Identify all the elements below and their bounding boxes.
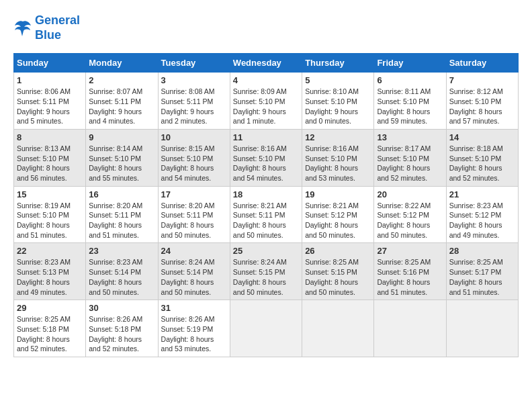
column-header-friday: Friday: [374, 54, 446, 73]
calendar-cell: 24 Sunrise: 8:24 AM Sunset: 5:14 PM Dayl…: [158, 243, 230, 300]
day-info: Sunrise: 8:23 AM Sunset: 5:14 PM Dayligh…: [89, 257, 154, 297]
calendar-header-row: SundayMondayTuesdayWednesdayThursdayFrid…: [14, 54, 519, 73]
calendar-cell: 27 Sunrise: 8:25 AM Sunset: 5:16 PM Dayl…: [374, 243, 446, 300]
day-info: Sunrise: 8:25 AM Sunset: 5:18 PM Dayligh…: [17, 314, 83, 354]
day-number: 23: [89, 246, 154, 256]
calendar-cell: 20 Sunrise: 8:22 AM Sunset: 5:12 PM Dayl…: [374, 186, 446, 243]
day-info: Sunrise: 8:25 AM Sunset: 5:16 PM Dayligh…: [377, 257, 443, 297]
day-number: 18: [233, 189, 299, 199]
day-info: Sunrise: 8:11 AM Sunset: 5:10 PM Dayligh…: [377, 87, 443, 126]
logo: General Blue: [13, 13, 80, 42]
day-info: Sunrise: 8:20 AM Sunset: 5:11 PM Dayligh…: [89, 201, 154, 240]
day-number: 13: [377, 132, 443, 142]
day-info: Sunrise: 8:18 AM Sunset: 5:10 PM Dayligh…: [449, 144, 515, 183]
page-header: General Blue: [13, 13, 519, 42]
day-number: 24: [161, 246, 227, 256]
calendar-cell: 29 Sunrise: 8:25 AM Sunset: 5:18 PM Dayl…: [14, 300, 86, 357]
day-number: 5: [305, 75, 371, 85]
day-number: 2: [89, 75, 154, 85]
calendar-cell: 26 Sunrise: 8:25 AM Sunset: 5:15 PM Dayl…: [302, 243, 374, 300]
calendar-cell: 4 Sunrise: 8:09 AM Sunset: 5:10 PM Dayli…: [230, 73, 302, 130]
day-info: Sunrise: 8:13 AM Sunset: 5:10 PM Dayligh…: [17, 144, 83, 183]
calendar-cell: 23 Sunrise: 8:23 AM Sunset: 5:14 PM Dayl…: [86, 243, 158, 300]
day-info: Sunrise: 8:14 AM Sunset: 5:10 PM Dayligh…: [89, 144, 154, 183]
calendar-cell: 22 Sunrise: 8:23 AM Sunset: 5:13 PM Dayl…: [14, 243, 86, 300]
day-number: 3: [161, 75, 227, 85]
day-number: 9: [89, 132, 154, 142]
day-number: 12: [305, 132, 371, 142]
day-info: Sunrise: 8:24 AM Sunset: 5:15 PM Dayligh…: [233, 257, 299, 297]
calendar-week-row: 8 Sunrise: 8:13 AM Sunset: 5:10 PM Dayli…: [14, 129, 519, 186]
day-number: 10: [161, 132, 227, 142]
calendar-cell: 14 Sunrise: 8:18 AM Sunset: 5:10 PM Dayl…: [446, 129, 518, 186]
calendar-cell: 3 Sunrise: 8:08 AM Sunset: 5:11 PM Dayli…: [158, 73, 230, 130]
day-number: 25: [233, 246, 299, 256]
calendar-cell: 31 Sunrise: 8:26 AM Sunset: 5:19 PM Dayl…: [158, 300, 230, 357]
day-info: Sunrise: 8:17 AM Sunset: 5:10 PM Dayligh…: [377, 144, 443, 183]
day-number: 1: [17, 75, 83, 85]
calendar-cell: 8 Sunrise: 8:13 AM Sunset: 5:10 PM Dayli…: [14, 129, 86, 186]
day-info: Sunrise: 8:26 AM Sunset: 5:18 PM Dayligh…: [89, 314, 154, 354]
calendar-cell: 25 Sunrise: 8:24 AM Sunset: 5:15 PM Dayl…: [230, 243, 302, 300]
day-number: 21: [449, 189, 515, 199]
day-number: 4: [233, 75, 299, 85]
calendar-week-row: 29 Sunrise: 8:25 AM Sunset: 5:18 PM Dayl…: [14, 300, 519, 357]
day-info: Sunrise: 8:06 AM Sunset: 5:11 PM Dayligh…: [17, 87, 83, 126]
day-number: 15: [17, 189, 83, 199]
calendar-week-row: 22 Sunrise: 8:23 AM Sunset: 5:13 PM Dayl…: [14, 243, 519, 300]
calendar-week-row: 15 Sunrise: 8:19 AM Sunset: 5:10 PM Dayl…: [14, 186, 519, 243]
day-info: Sunrise: 8:07 AM Sunset: 5:11 PM Dayligh…: [89, 87, 154, 126]
calendar-cell: 19 Sunrise: 8:21 AM Sunset: 5:12 PM Dayl…: [302, 186, 374, 243]
calendar-cell: 16 Sunrise: 8:20 AM Sunset: 5:11 PM Dayl…: [86, 186, 158, 243]
day-number: 26: [305, 246, 371, 256]
column-header-tuesday: Tuesday: [158, 54, 230, 73]
calendar-cell: 15 Sunrise: 8:19 AM Sunset: 5:10 PM Dayl…: [14, 186, 86, 243]
day-info: Sunrise: 8:25 AM Sunset: 5:17 PM Dayligh…: [449, 257, 515, 297]
calendar-week-row: 1 Sunrise: 8:06 AM Sunset: 5:11 PM Dayli…: [14, 73, 519, 130]
day-number: 28: [449, 246, 515, 256]
calendar-cell: 18 Sunrise: 8:21 AM Sunset: 5:11 PM Dayl…: [230, 186, 302, 243]
calendar-cell: 9 Sunrise: 8:14 AM Sunset: 5:10 PM Dayli…: [86, 129, 158, 186]
day-number: 17: [161, 189, 227, 199]
day-info: Sunrise: 8:16 AM Sunset: 5:10 PM Dayligh…: [305, 144, 371, 183]
day-info: Sunrise: 8:23 AM Sunset: 5:13 PM Dayligh…: [17, 257, 83, 297]
day-number: 8: [17, 132, 83, 142]
day-number: 30: [89, 303, 154, 313]
day-number: 11: [233, 132, 299, 142]
day-number: 29: [17, 303, 83, 313]
calendar-cell: 7 Sunrise: 8:12 AM Sunset: 5:10 PM Dayli…: [446, 73, 518, 130]
calendar-cell: [302, 300, 374, 357]
day-info: Sunrise: 8:16 AM Sunset: 5:10 PM Dayligh…: [233, 144, 299, 183]
day-number: 14: [449, 132, 515, 142]
day-info: Sunrise: 8:26 AM Sunset: 5:19 PM Dayligh…: [161, 314, 227, 354]
calendar-cell: 11 Sunrise: 8:16 AM Sunset: 5:10 PM Dayl…: [230, 129, 302, 186]
calendar-cell: 21 Sunrise: 8:23 AM Sunset: 5:12 PM Dayl…: [446, 186, 518, 243]
column-header-saturday: Saturday: [446, 54, 518, 73]
logo-text: General Blue: [35, 13, 80, 42]
day-number: 20: [377, 189, 443, 199]
day-info: Sunrise: 8:19 AM Sunset: 5:10 PM Dayligh…: [17, 201, 83, 240]
column-header-wednesday: Wednesday: [230, 54, 302, 73]
day-info: Sunrise: 8:15 AM Sunset: 5:10 PM Dayligh…: [161, 144, 227, 183]
day-info: Sunrise: 8:21 AM Sunset: 5:11 PM Dayligh…: [233, 201, 299, 240]
day-info: Sunrise: 8:08 AM Sunset: 5:11 PM Dayligh…: [161, 87, 227, 126]
calendar-cell: 30 Sunrise: 8:26 AM Sunset: 5:18 PM Dayl…: [86, 300, 158, 357]
calendar-cell: 17 Sunrise: 8:20 AM Sunset: 5:11 PM Dayl…: [158, 186, 230, 243]
calendar-cell: 1 Sunrise: 8:06 AM Sunset: 5:11 PM Dayli…: [14, 73, 86, 130]
calendar-cell: [374, 300, 446, 357]
day-info: Sunrise: 8:23 AM Sunset: 5:12 PM Dayligh…: [449, 201, 515, 240]
day-number: 6: [377, 75, 443, 85]
day-number: 22: [17, 246, 83, 256]
day-number: 27: [377, 246, 443, 256]
day-info: Sunrise: 8:25 AM Sunset: 5:15 PM Dayligh…: [305, 257, 371, 297]
day-number: 31: [161, 303, 227, 313]
calendar-cell: 28 Sunrise: 8:25 AM Sunset: 5:17 PM Dayl…: [446, 243, 518, 300]
day-number: 7: [449, 75, 515, 85]
day-info: Sunrise: 8:24 AM Sunset: 5:14 PM Dayligh…: [161, 257, 227, 297]
calendar-cell: 12 Sunrise: 8:16 AM Sunset: 5:10 PM Dayl…: [302, 129, 374, 186]
day-info: Sunrise: 8:10 AM Sunset: 5:10 PM Dayligh…: [305, 87, 371, 126]
calendar-cell: 13 Sunrise: 8:17 AM Sunset: 5:10 PM Dayl…: [374, 129, 446, 186]
calendar-cell: 5 Sunrise: 8:10 AM Sunset: 5:10 PM Dayli…: [302, 73, 374, 130]
day-info: Sunrise: 8:20 AM Sunset: 5:11 PM Dayligh…: [161, 201, 227, 240]
calendar-cell: 6 Sunrise: 8:11 AM Sunset: 5:10 PM Dayli…: [374, 73, 446, 130]
